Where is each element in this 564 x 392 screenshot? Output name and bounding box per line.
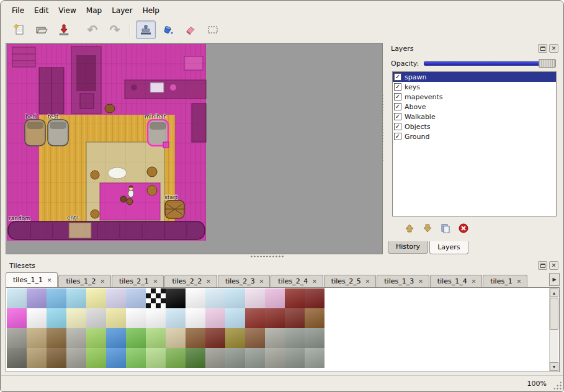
tab-close-icon[interactable]: ✕ [312, 278, 317, 285]
tileset-tile[interactable] [285, 288, 305, 308]
tab-close-icon[interactable]: ✕ [47, 277, 52, 283]
tileset-tile[interactable] [285, 328, 305, 348]
layer-visibility-checkbox[interactable]: ✓ [394, 103, 401, 110]
tab-close-icon[interactable]: ✕ [472, 278, 477, 285]
open-file-button[interactable] [32, 20, 51, 39]
tileset-tab[interactable]: tiles_1_1✕ [6, 272, 58, 287]
tileset-tab[interactable]: tiles_1_3✕ [377, 275, 429, 287]
tileset-scrollbar[interactable]: ▲ ▼ [549, 288, 558, 371]
raise-layer-button[interactable] [402, 221, 417, 236]
tileset-tile[interactable] [146, 288, 166, 308]
tileset-tile[interactable] [305, 348, 325, 368]
tileset-view[interactable]: ▲ ▼ [6, 287, 560, 372]
tileset-tile[interactable] [126, 348, 146, 368]
scrollbar-up-button[interactable]: ▲ [550, 288, 558, 297]
bucket-fill-button[interactable] [158, 20, 178, 39]
tileset-tile[interactable] [47, 308, 66, 328]
tileset-tile[interactable] [265, 308, 285, 328]
layer-row[interactable]: ✓ keys [393, 82, 556, 92]
opacity-slider-handle[interactable] [539, 59, 556, 68]
tileset-tile[interactable] [7, 288, 27, 308]
vertical-splitter-handle[interactable] [381, 94, 384, 163]
tileset-tile[interactable] [166, 328, 186, 348]
menu-layer[interactable]: Layer [107, 4, 137, 17]
tileset-tile[interactable] [186, 328, 205, 348]
layer-row[interactable]: ✓ Objects [393, 122, 556, 131]
tileset-tile[interactable] [66, 288, 86, 308]
tileset-tab[interactable]: tiles_2_3✕ [218, 275, 270, 287]
map-canvas[interactable]: bed test minihat start random entr [6, 43, 382, 254]
tileset-tile[interactable] [186, 348, 205, 368]
redo-button[interactable]: ↷ [105, 20, 125, 39]
tileset-tile[interactable] [86, 308, 106, 328]
layer-visibility-checkbox[interactable]: ✓ [394, 83, 401, 91]
tileset-tab[interactable]: tiles_2_5✕ [324, 275, 376, 287]
scrollbar-down-button[interactable]: ▼ [550, 362, 558, 371]
tileset-tile[interactable] [245, 328, 265, 348]
tileset-tile[interactable] [245, 288, 265, 308]
menu-map[interactable]: Map [81, 4, 107, 17]
tileset-tile[interactable] [106, 288, 126, 308]
tileset-tile[interactable] [265, 288, 285, 308]
layer-row[interactable]: ✓ Walkable [393, 112, 556, 122]
tilesets-close-button[interactable]: ✕ [549, 261, 558, 270]
tab-close-icon[interactable]: ✕ [100, 278, 105, 285]
tileset-tile[interactable] [47, 328, 66, 348]
delete-layer-button[interactable] [456, 221, 471, 236]
tileset-tile[interactable] [305, 308, 325, 328]
rectangular-select-button[interactable] [203, 20, 223, 39]
tileset-tile[interactable] [146, 328, 166, 348]
tileset-tile[interactable] [265, 348, 285, 368]
tileset-tile[interactable] [106, 308, 126, 328]
tileset-tile[interactable] [7, 328, 27, 348]
tileset-tile[interactable] [305, 288, 325, 308]
tab-close-icon[interactable]: ✕ [517, 278, 522, 285]
map-view[interactable]: bed test minihat start random entr [6, 43, 383, 254]
eraser-button[interactable] [181, 20, 200, 39]
layer-visibility-checkbox[interactable]: ✓ [394, 73, 401, 81]
tileset-tile[interactable] [205, 288, 225, 308]
opacity-slider[interactable] [424, 58, 556, 68]
tab-close-icon[interactable]: ✕ [418, 278, 423, 285]
menu-file[interactable]: File [7, 4, 29, 17]
tileset-tile[interactable] [126, 308, 146, 328]
tileset-tile[interactable] [166, 308, 186, 328]
menu-help[interactable]: Help [138, 4, 164, 17]
tileset-tile[interactable] [27, 328, 47, 348]
tileset-tile[interactable] [27, 348, 47, 368]
stamp-brush-button[interactable] [136, 20, 156, 39]
tileset-tile[interactable] [205, 348, 225, 368]
layer-row[interactable]: ✓ Ground [393, 131, 556, 141]
tileset-tile[interactable] [166, 348, 186, 368]
tileset-tile[interactable] [186, 308, 205, 328]
tileset-tile[interactable] [86, 288, 106, 308]
tileset-tile[interactable] [86, 348, 106, 368]
tileset-tile[interactable] [47, 348, 66, 368]
tileset-tile[interactable] [126, 288, 146, 308]
tileset-tile[interactable] [285, 308, 305, 328]
save-file-button[interactable] [54, 20, 74, 39]
tab-close-icon[interactable]: ✕ [259, 278, 264, 285]
layer-row[interactable]: ✓ Above [393, 102, 556, 112]
tileset-tile[interactable] [225, 348, 245, 368]
layer-visibility-checkbox[interactable]: ✓ [394, 113, 401, 120]
tileset-tile[interactable] [245, 308, 265, 328]
layer-visibility-checkbox[interactable]: ✓ [394, 133, 401, 140]
tab-layers[interactable]: Layers [429, 241, 468, 254]
duplicate-layer-button[interactable] [438, 221, 453, 236]
tileset-tile[interactable] [265, 328, 285, 348]
layer-row[interactable]: ✓ mapevents [393, 92, 556, 102]
tileset-tile[interactable] [205, 328, 225, 348]
tileset-tile[interactable] [27, 308, 47, 328]
tileset-tile[interactable] [166, 288, 186, 308]
tileset-tile[interactable] [285, 348, 305, 368]
tileset-tab[interactable]: tiles_2_4✕ [271, 275, 323, 287]
tileset-tile[interactable] [27, 288, 47, 308]
tileset-tile[interactable] [225, 308, 245, 328]
tileset-tile[interactable] [47, 288, 66, 308]
tileset-tile[interactable] [205, 308, 225, 328]
tileset-tab[interactable]: tiles_1_2✕ [58, 275, 110, 287]
tileset-tile[interactable] [7, 348, 27, 368]
tileset-tile[interactable] [146, 308, 166, 328]
tilesets-float-button[interactable] [538, 261, 547, 270]
